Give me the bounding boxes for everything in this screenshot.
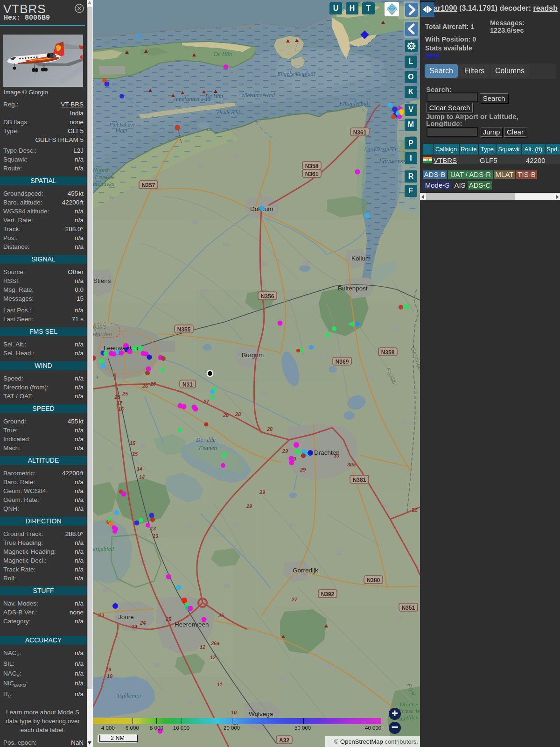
svg-text:De Hôn: De Hôn (213, 51, 232, 57)
svg-text:Joure: Joure (118, 613, 134, 620)
svg-text:N380: N380 (367, 577, 380, 584)
svg-text:N358: N358 (381, 349, 395, 356)
svg-text:Lauwersmeer: Lauwersmeer (364, 146, 398, 153)
svg-text:28: 28 (266, 426, 273, 432)
svg-text:29: 29 (246, 503, 252, 509)
svg-text:28: 28 (235, 411, 241, 417)
svg-text:De Alde: De Alde (196, 436, 216, 443)
svg-text:25: 25 (114, 394, 121, 400)
svg-text:26: 26 (150, 381, 156, 387)
svg-text:24: 24 (140, 620, 146, 626)
svg-text:N369: N369 (336, 359, 349, 365)
svg-text:19: 19 (105, 667, 112, 672)
svg-text:Kollum: Kollum (351, 255, 371, 262)
svg-text:plaat: plaat (115, 127, 127, 134)
svg-text:12: 12 (200, 644, 205, 650)
svg-text:Wolvega: Wolvega (249, 711, 273, 718)
svg-text:N355: N355 (177, 326, 191, 333)
svg-text:Amelanderwad: Amelanderwad (173, 95, 210, 102)
svg-text:N31: N31 (182, 381, 193, 388)
svg-text:N381: N381 (353, 477, 366, 483)
svg-text:25: 25 (165, 616, 172, 622)
svg-text:24: 24 (131, 624, 137, 629)
svg-text:Burgum: Burgum (242, 352, 264, 359)
svg-text:26: 26 (218, 613, 224, 618)
svg-text:26: 26 (142, 383, 148, 389)
svg-text:28: 28 (223, 412, 229, 418)
svg-text:11: 11 (217, 682, 222, 687)
svg-text:A32: A32 (279, 737, 289, 744)
svg-text:ergebied: ergebied (93, 545, 114, 552)
svg-text:Drents-: Drents- (399, 701, 418, 708)
svg-text:27: 27 (203, 399, 210, 404)
svg-text:13: 13 (150, 526, 156, 531)
svg-text:Engelsmanplaat: Engelsmanplaat (277, 70, 315, 77)
svg-text:12: 12 (210, 655, 216, 660)
svg-text:Wierumerwad: Wierumerwad (241, 92, 275, 99)
svg-text:N356: N356 (261, 293, 274, 300)
svg-text:Buitenpost: Buitenpost (338, 285, 368, 292)
svg-text:N361: N361 (353, 129, 367, 136)
svg-text:N392: N392 (321, 591, 335, 598)
svg-text:16: 16 (118, 406, 124, 412)
svg-text:N361: N361 (305, 171, 319, 177)
svg-text:15: 15 (130, 440, 136, 446)
svg-text:Gorredijk: Gorredijk (293, 567, 318, 574)
svg-text:15: 15 (132, 451, 138, 457)
svg-text:25: 25 (122, 391, 128, 396)
svg-text:30a: 30a (347, 462, 356, 467)
svg-text:14: 14 (137, 466, 142, 472)
svg-text:Noard-: Noard- (93, 166, 110, 173)
svg-text:Stiens: Stiens (93, 277, 111, 284)
svg-text:Lauwersm: Lauwersm (378, 157, 408, 165)
svg-text:Friese W: Friese W (398, 707, 420, 714)
svg-text:17: 17 (117, 400, 123, 406)
svg-text:14: 14 (139, 474, 145, 480)
svg-text:ûtendyks: ûtendyks (93, 180, 114, 187)
svg-text:29: 29 (282, 448, 288, 454)
svg-text:19: 19 (107, 673, 113, 679)
svg-text:Fryslân: Fryslân (94, 173, 113, 180)
svg-text:27: 27 (291, 597, 298, 602)
svg-text:N351: N351 (402, 605, 415, 611)
svg-text:Tsjûkemar: Tsjûkemar (117, 692, 142, 699)
svg-text:23: 23 (98, 613, 104, 618)
svg-text:29: 29 (259, 489, 266, 495)
svg-text:basis: basis (93, 324, 106, 330)
svg-text:Feanen: Feanen (198, 444, 217, 451)
svg-text:Heideveld: Heideveld (217, 109, 240, 116)
svg-text:warden: warden (93, 331, 112, 338)
svg-text:Drachten: Drachten (314, 449, 340, 456)
svg-text:✈: ✈ (95, 374, 99, 380)
svg-text:N358: N358 (305, 163, 319, 169)
svg-text:N357: N357 (142, 182, 155, 189)
svg-text:29: 29 (300, 467, 306, 472)
svg-text:13: 13 (153, 533, 158, 539)
svg-text:Eilanderbult: Eilanderbult (339, 100, 370, 107)
svg-text:31: 31 (412, 507, 417, 513)
svg-text:26a: 26a (210, 641, 219, 646)
svg-text:10: 10 (231, 710, 237, 715)
